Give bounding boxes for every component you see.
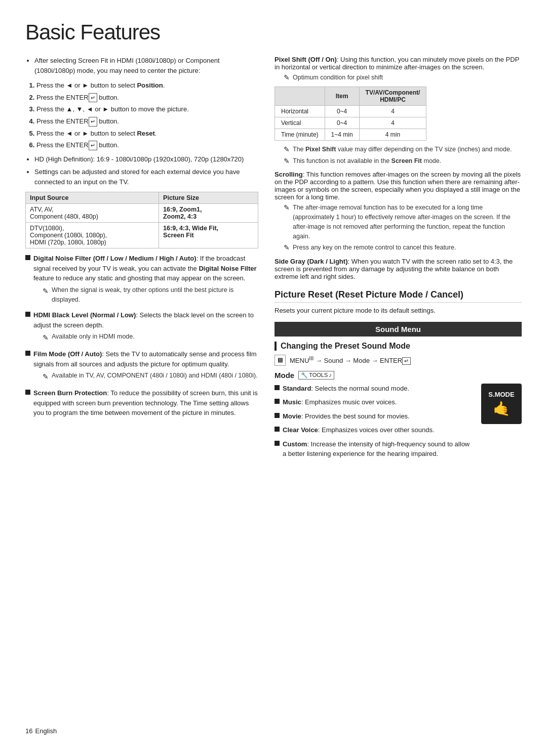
pixel-shift-heading: Pixel Shift (Off / On) <box>275 56 337 63</box>
mode-list: Standard: Selects the normal sound mode.… <box>275 384 473 463</box>
film-mode-content: Film Mode (Off / Auto): Sets the TV to a… <box>33 349 258 384</box>
note-icon: ✎ <box>284 157 290 165</box>
square-icon <box>25 390 30 395</box>
hdmi-black-note-text: Available only in HDMI mode. <box>52 332 135 342</box>
screen-burn-content: Screen Burn Protection: To reduce the po… <box>33 388 258 418</box>
pixel-v-tvav: 4 <box>359 117 426 129</box>
dnf-block: Digital Noise Filter (Off / Low / Medium… <box>25 254 258 306</box>
hdmi-black-content: HDMI Black Level (Normal / Low): Selects… <box>33 310 258 345</box>
side-gray-heading: Side Gray (Dark / Light) <box>275 258 347 265</box>
dnf-content: Digital Noise Filter (Off / Low / Medium… <box>33 254 258 306</box>
hdmi-black-heading: HDMI Black Level (Normal / Low) <box>33 311 136 319</box>
tools-label: TOOLS <box>309 372 328 378</box>
pixel-time: Time (minute) <box>275 129 325 140</box>
right-column: Pixel Shift (Off / On): Using this funct… <box>275 56 522 463</box>
note-icon: ✎ <box>43 332 49 343</box>
intro-bullets: After selecting Screen Fit in HDMI (1080… <box>25 56 258 75</box>
tools-suffix: ♪ <box>329 372 332 378</box>
dnf-note: ✎ When the signal is weak, try other opt… <box>43 285 258 305</box>
square-icon <box>25 312 30 317</box>
hdmi-black-note: ✎ Available only in HDMI mode. <box>43 332 258 343</box>
note-icon: ✎ <box>284 145 290 153</box>
pixel-v-item: 0~4 <box>325 117 359 129</box>
col-input-source: Input Source <box>26 192 159 204</box>
pixel-t-item: 1~4 min <box>325 129 359 140</box>
screen-burn-heading: Screen Burn Protection <box>33 389 107 397</box>
pixel-shift-text: Pixel Shift (Off / On): Using this funct… <box>275 56 522 71</box>
input-source-table: Input Source Picture Size ATV, AV,Compon… <box>25 192 258 248</box>
note-icon: ✎ <box>43 371 49 382</box>
mode-clear-voice: Clear Voice: Emphasizes voices over othe… <box>275 425 473 435</box>
intro-bullet-1: After selecting Screen Fit in HDMI (1080… <box>34 56 258 75</box>
cell-atv: ATV, AV,Component (480i, 480p) <box>26 204 159 223</box>
smode-label: S.MODE <box>488 391 514 398</box>
tools-icon: 🔧 <box>301 372 308 379</box>
mode-custom: Custom: Increase the intensity of high-f… <box>275 439 473 459</box>
pixel-col-blank <box>275 87 325 105</box>
square-icon <box>25 255 30 260</box>
extra-bullets: HD (High Definition): 16:9 - 1080i/1080p… <box>25 154 258 187</box>
sound-menu-banner: Sound Menu <box>275 322 522 337</box>
step-2: Press the ENTER↵ button. <box>36 93 258 103</box>
step-3: Press the ▲, ▼, ◄ or ► button to move th… <box>36 104 258 114</box>
hdmi-black-block: HDMI Black Level (Normal / Low): Selects… <box>25 310 258 345</box>
step-6: Press the ENTER↵ button. <box>36 140 258 150</box>
pixel-vertical: Vertical <box>275 117 325 129</box>
music-content: Music: Emphasizes music over voices. <box>283 397 473 407</box>
mode-content: Standard: Selects the normal sound mode.… <box>275 384 522 463</box>
scrolling-note1-text: The after-image removal function has to … <box>293 203 522 241</box>
pixel-col-item: Item <box>325 87 359 105</box>
pixel-h-item: 0~4 <box>325 105 359 117</box>
movie-content: Movie: Provides the best sound for movie… <box>283 411 473 422</box>
pixel-note3-row: ✎ This function is not available in the … <box>284 156 522 166</box>
scrolling-text: Scrolling: This function removes after-i… <box>275 171 522 201</box>
pixel-note2-text: The Pixel Shift value may differ dependi… <box>293 145 512 154</box>
picture-reset-text: Resets your current picture mode to its … <box>275 306 522 316</box>
square-icon <box>275 399 280 404</box>
pixel-t-tvav: 4 min <box>359 129 426 140</box>
note-icon: ✎ <box>284 203 290 212</box>
page-title: Basic Features <box>25 20 522 45</box>
pixel-horizontal: Horizontal <box>275 105 325 117</box>
table-row: Vertical 0~4 4 <box>275 117 426 129</box>
dnf-heading: Digital Noise Filter (Off / Low / Medium… <box>33 255 197 262</box>
custom-content: Custom: Increase the intensity of high-f… <box>283 439 473 459</box>
pixel-col-tvav: TV/AV/Component/HDMI/PC <box>359 87 426 105</box>
changing-preset-title: Changing the Preset Sound Mode <box>275 342 522 351</box>
step-1: Press the ◄ or ► button to select Positi… <box>36 80 258 91</box>
cell-dtv-size: 16:9, 4:3, Wide Fit,Screen Fit <box>159 223 258 248</box>
pixel-note2-row: ✎ The Pixel Shift value may differ depen… <box>284 145 522 154</box>
menu-path: ▤ MENUIII → Sound → Mode → ENTER↵ <box>275 355 522 366</box>
menu-path-text: MENUIII → Sound → Mode → ENTER↵ <box>290 355 411 365</box>
step-4: Press the ENTER↵ button. <box>36 116 258 127</box>
standard-content: Standard: Selects the normal sound mode. <box>283 384 473 394</box>
mode-label: Mode <box>275 371 294 380</box>
square-icon <box>25 351 30 356</box>
square-icon <box>275 385 280 390</box>
menu-icon-box: ▤ <box>275 355 286 366</box>
pixel-shift-table: Item TV/AV/Component/HDMI/PC Horizontal … <box>275 87 426 141</box>
square-icon <box>275 427 280 432</box>
pixel-h-tvav: 4 <box>359 105 426 117</box>
scrolling-note1-row: ✎ The after-image removal function has t… <box>284 203 522 241</box>
dnf-note-text: When the signal is weak, try other optio… <box>52 285 258 305</box>
page-language: English <box>35 727 57 735</box>
side-gray-text: Side Gray (Dark / Light): When you watch… <box>275 258 522 280</box>
mode-standard: Standard: Selects the normal sound mode. <box>275 384 473 394</box>
cell-atv-size: 16:9, Zoom1,Zoom2, 4:3 <box>159 204 258 223</box>
bullet-hd: HD (High Definition): 16:9 - 1080i/1080p… <box>34 154 258 164</box>
table-row: Time (minute) 1~4 min 4 min <box>275 129 426 140</box>
page-number: 16 English <box>25 725 57 736</box>
table-row: Horizontal 0~4 4 <box>275 105 426 117</box>
clear-voice-content: Clear Voice: Emphasizes voices over othe… <box>283 425 473 435</box>
screen-burn-block: Screen Burn Protection: To reduce the po… <box>25 388 258 418</box>
note-icon: ✎ <box>284 243 290 251</box>
step-5: Press the ◄ or ► button to select Reset. <box>36 129 258 139</box>
mode-title: Mode 🔧 TOOLS ♪ <box>275 371 522 380</box>
pixel-note3-text: This function is not available in the Sc… <box>293 156 441 166</box>
film-mode-note: ✎ Available in TV, AV, COMPONENT (480i /… <box>43 371 258 382</box>
smode-badge: S.MODE 🤙 <box>481 384 522 424</box>
scrolling-heading: Scrolling <box>275 171 303 178</box>
square-icon <box>275 413 280 418</box>
table-row: DTV(1080i),Component (1080i, 1080p),HDMI… <box>26 223 258 248</box>
